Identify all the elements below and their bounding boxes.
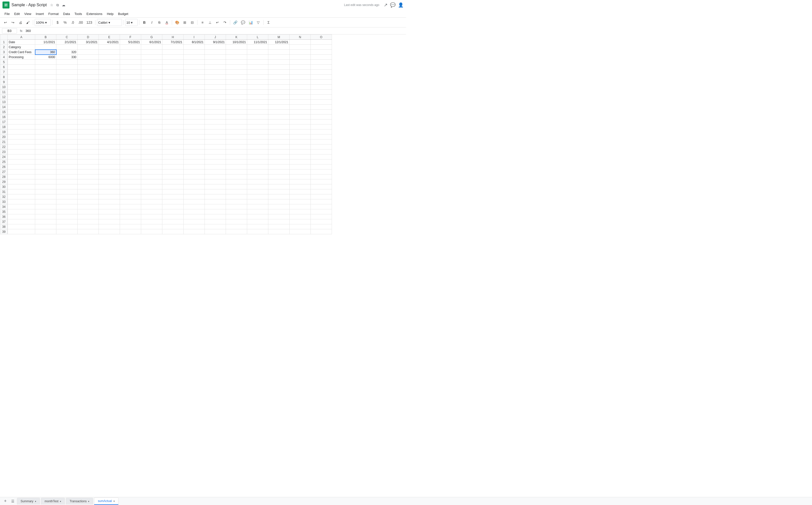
- cell[interactable]: [120, 100, 141, 105]
- cell[interactable]: [268, 64, 290, 69]
- cell[interactable]: [77, 60, 99, 64]
- cell[interactable]: [120, 105, 141, 110]
- cell[interactable]: [268, 194, 290, 199]
- cell[interactable]: [77, 90, 99, 95]
- cell[interactable]: [8, 130, 35, 135]
- cell[interactable]: [226, 145, 247, 149]
- cell[interactable]: [56, 179, 77, 184]
- cell[interactable]: [35, 74, 56, 79]
- cell[interactable]: [56, 199, 77, 204]
- cell[interactable]: [247, 189, 268, 194]
- cell[interactable]: [99, 95, 120, 100]
- folder-icon[interactable]: ⧉: [56, 3, 59, 7]
- cell-k3[interactable]: [226, 50, 247, 55]
- row-header-14[interactable]: 14: [0, 105, 8, 110]
- cell[interactable]: [8, 140, 35, 145]
- cell[interactable]: [311, 60, 332, 64]
- cell[interactable]: [35, 140, 56, 145]
- cell[interactable]: [311, 64, 332, 69]
- cell[interactable]: [268, 90, 290, 95]
- cell[interactable]: [184, 219, 205, 224]
- cell[interactable]: [120, 149, 141, 154]
- cell[interactable]: [141, 115, 162, 120]
- cell-g1[interactable]: 6/1/2021: [141, 40, 162, 45]
- cell[interactable]: [268, 159, 290, 164]
- cell[interactable]: [8, 224, 35, 229]
- cell[interactable]: [311, 189, 332, 194]
- cell-c3[interactable]: 320: [56, 50, 77, 55]
- cell[interactable]: [120, 125, 141, 130]
- row-header-30[interactable]: 30: [0, 184, 8, 189]
- cell[interactable]: [184, 140, 205, 145]
- col-header-k[interactable]: K: [226, 35, 247, 40]
- cell[interactable]: [56, 184, 77, 189]
- cell[interactable]: [290, 69, 311, 74]
- cell[interactable]: [226, 194, 247, 199]
- cell[interactable]: [8, 184, 35, 189]
- cell[interactable]: [205, 64, 226, 69]
- cell[interactable]: [8, 174, 35, 179]
- col-header-g[interactable]: G: [141, 35, 162, 40]
- cell[interactable]: [205, 209, 226, 214]
- cell-o1[interactable]: [311, 40, 332, 45]
- cell[interactable]: [268, 130, 290, 135]
- cell[interactable]: [226, 120, 247, 125]
- row-header-38[interactable]: 38: [0, 224, 8, 229]
- cell[interactable]: [162, 214, 184, 219]
- cell[interactable]: [226, 219, 247, 224]
- cell[interactable]: [311, 79, 332, 85]
- cell[interactable]: [56, 140, 77, 145]
- cell[interactable]: [162, 164, 184, 169]
- cell[interactable]: [290, 179, 311, 184]
- cell[interactable]: [205, 149, 226, 154]
- cell[interactable]: [8, 149, 35, 154]
- col-header-j[interactable]: J: [205, 35, 226, 40]
- cell[interactable]: [56, 154, 77, 159]
- cell[interactable]: [268, 110, 290, 115]
- cell[interactable]: [141, 100, 162, 105]
- cell[interactable]: [290, 120, 311, 125]
- cell[interactable]: [141, 125, 162, 130]
- comment-icon[interactable]: 💬: [390, 2, 395, 8]
- cell[interactable]: [268, 154, 290, 159]
- cell[interactable]: [184, 85, 205, 90]
- filter-button[interactable]: ▽: [255, 19, 262, 26]
- star-icon[interactable]: ☆: [50, 3, 53, 7]
- cell[interactable]: [99, 79, 120, 85]
- cell[interactable]: [120, 145, 141, 149]
- cell[interactable]: [162, 229, 184, 234]
- cell[interactable]: [141, 149, 162, 154]
- cell[interactable]: [205, 199, 226, 204]
- wrap-button[interactable]: ↵: [214, 19, 221, 26]
- row-header-11[interactable]: 11: [0, 90, 8, 95]
- cell[interactable]: [77, 189, 99, 194]
- cell[interactable]: [290, 105, 311, 110]
- cell[interactable]: [205, 214, 226, 219]
- cell[interactable]: [99, 224, 120, 229]
- cell[interactable]: [268, 169, 290, 174]
- cell[interactable]: [311, 100, 332, 105]
- cell[interactable]: [205, 164, 226, 169]
- cell[interactable]: [205, 120, 226, 125]
- cell[interactable]: [247, 214, 268, 219]
- cell[interactable]: [141, 219, 162, 224]
- cell[interactable]: [141, 120, 162, 125]
- cell[interactable]: [8, 79, 35, 85]
- cell[interactable]: [311, 224, 332, 229]
- cell[interactable]: [77, 219, 99, 224]
- decimal-increase-button[interactable]: .00: [76, 19, 84, 26]
- bold-button[interactable]: B: [141, 19, 148, 26]
- cell[interactable]: [56, 90, 77, 95]
- cell[interactable]: [290, 194, 311, 199]
- cell[interactable]: [226, 159, 247, 164]
- cell[interactable]: [311, 149, 332, 154]
- cell[interactable]: [99, 229, 120, 234]
- cell[interactable]: [77, 85, 99, 90]
- cell[interactable]: [8, 199, 35, 204]
- cell[interactable]: [120, 79, 141, 85]
- cell[interactable]: [35, 194, 56, 199]
- row-header-28[interactable]: 28: [0, 174, 8, 179]
- cell[interactable]: [226, 95, 247, 100]
- cell[interactable]: [205, 110, 226, 115]
- cell[interactable]: [77, 145, 99, 149]
